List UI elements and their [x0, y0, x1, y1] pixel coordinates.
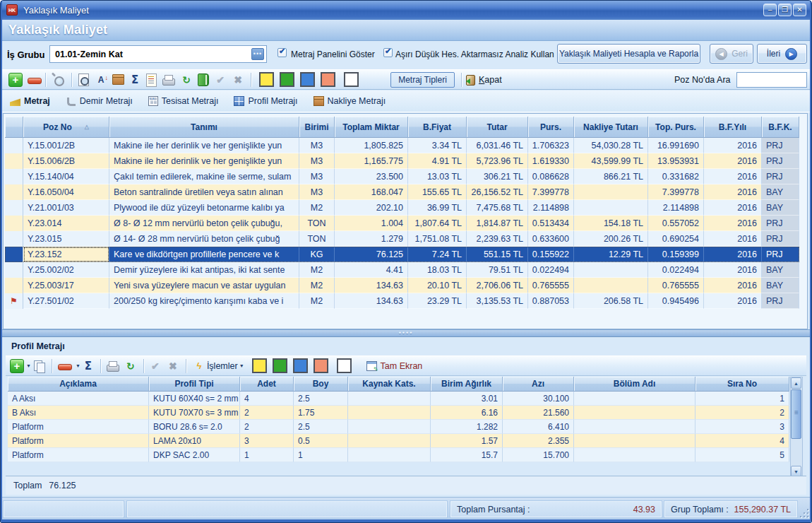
row-indicator[interactable] — [5, 169, 23, 184]
cell[interactable]: 0.159399 — [648, 247, 704, 262]
column-header[interactable]: Birimi — [299, 117, 335, 138]
maximize-button[interactable]: ❐ — [778, 4, 792, 16]
row-indicator[interactable] — [5, 231, 23, 247]
cell[interactable]: M2 — [299, 278, 335, 293]
cell[interactable] — [348, 406, 431, 420]
kapat-button[interactable]: Kapat — [466, 72, 502, 88]
cell[interactable]: Y.16.050/04 — [23, 184, 109, 200]
row-indicator[interactable] — [5, 153, 23, 169]
blue-square-button[interactable] — [300, 72, 315, 87]
cell[interactable]: 1.619330 — [528, 153, 574, 169]
print-icon[interactable] — [162, 74, 175, 86]
cell[interactable]: 2.5 — [294, 420, 348, 434]
cell[interactable]: 5,723.96 TL — [467, 153, 528, 169]
cell[interactable]: 15.7 — [431, 448, 503, 462]
table-row[interactable]: Y.23.152Kare ve dikdörtgen profillerle p… — [5, 247, 799, 262]
cell[interactable]: Kare ve dikdörtgen profillerle pencere v… — [109, 247, 299, 262]
cell[interactable]: BAY — [762, 278, 799, 293]
remove-icon[interactable] — [27, 73, 42, 87]
minimize-button[interactable]: – — [763, 4, 777, 16]
column-header[interactable]: Tutar — [467, 117, 528, 138]
cell[interactable]: Y.25.003/17 — [23, 278, 109, 293]
cell[interactable]: 2.5 — [294, 392, 348, 406]
column-header[interactable]: Purs. — [528, 117, 574, 138]
cell[interactable] — [574, 200, 648, 216]
cell[interactable]: 76.125 — [335, 247, 408, 262]
cell[interactable]: 2016 — [704, 216, 762, 231]
cell[interactable]: 7,475.68 TL — [467, 200, 528, 216]
cell[interactable]: 2.355 — [503, 434, 574, 448]
cell[interactable]: Y.25.002/02 — [23, 262, 109, 278]
tam-ekran-button[interactable]: Tam Ekran — [366, 361, 423, 371]
cell[interactable]: 30.100 — [503, 392, 574, 406]
cell[interactable]: 0.5 — [294, 434, 348, 448]
add-dropdown-caret[interactable]: ▼ — [26, 363, 31, 368]
cell[interactable] — [574, 448, 695, 462]
tab-profil-metraji[interactable]: Profil Metrajı — [234, 96, 297, 106]
column-header[interactable]: B.F.Yılı — [704, 117, 762, 138]
table-row[interactable]: Y.25.003/17Yeni sıva yüzeylere macun ve … — [5, 278, 799, 293]
cell[interactable]: 21.560 — [503, 406, 574, 420]
column-header[interactable]: Sıra No — [695, 377, 789, 392]
cell[interactable]: PRJ — [762, 169, 799, 184]
cell[interactable]: 2.114898 — [528, 200, 574, 216]
white-square-button[interactable] — [344, 72, 359, 87]
sort-icon[interactable]: A — [95, 73, 107, 87]
cell[interactable]: KUTU 70X70 s= 3 mm — [149, 406, 240, 420]
table-row[interactable]: Y.25.002/02Demir yüzeylere iki kat antip… — [5, 262, 799, 278]
cell[interactable]: M3 — [299, 184, 335, 200]
cell[interactable]: 2016 — [704, 153, 762, 169]
cell[interactable]: Demir yüzeylere iki kat antipas, iki kat… — [109, 262, 299, 278]
cell[interactable]: 12.29 TL — [574, 247, 648, 262]
close-button[interactable]: ✕ — [793, 4, 806, 16]
cell[interactable]: 2016 — [704, 138, 762, 153]
table-row[interactable]: B AksıKUTU 70X70 s= 3 mm21.756.1621.5602 — [8, 406, 789, 420]
remove-dropdown-caret[interactable]: ▼ — [76, 363, 80, 368]
cell[interactable]: PRJ — [762, 231, 799, 247]
cell[interactable]: DKP SAC 2.00 — [149, 448, 240, 462]
cell[interactable]: BORU 28.6 s= 2.0 — [149, 420, 240, 434]
cell[interactable]: 0.155922 — [528, 247, 574, 262]
resize-grip[interactable] — [799, 507, 808, 517]
cell[interactable]: 6.16 — [431, 406, 503, 420]
cell[interactable] — [348, 392, 431, 406]
cell[interactable]: 7.24 TL — [408, 247, 467, 262]
cell[interactable] — [574, 406, 695, 420]
cell[interactable] — [348, 420, 431, 434]
cell[interactable]: KG — [299, 247, 335, 262]
cell[interactable]: 1.706323 — [528, 138, 574, 153]
column-header[interactable]: Açıklama — [8, 377, 149, 392]
cell[interactable]: Platform — [8, 434, 149, 448]
cell[interactable]: 0.022494 — [528, 262, 574, 278]
cell[interactable]: PRJ — [762, 153, 799, 169]
cell[interactable]: 200.26 TL — [574, 231, 648, 247]
preview-icon[interactable] — [77, 73, 90, 87]
cell[interactable]: 13.03 TL — [408, 169, 467, 184]
cell[interactable] — [574, 184, 648, 200]
column-header[interactable]: Tanımı — [109, 117, 299, 138]
cell[interactable]: 0.513434 — [528, 216, 574, 231]
table-row[interactable]: A AksıKUTU 60X40 s= 2 mm42.53.0130.1001 — [8, 392, 789, 406]
cell[interactable]: 4 — [695, 434, 789, 448]
column-header[interactable]: Toplam Miktar — [335, 117, 408, 138]
column-header[interactable]: B.Fiyat — [408, 117, 467, 138]
tab-nakliye-metraji[interactable]: Nakliye Metrajı — [314, 96, 386, 106]
cell[interactable]: 2016 — [704, 293, 762, 309]
cell[interactable] — [574, 262, 648, 278]
cell[interactable]: 2 — [695, 406, 789, 420]
cell[interactable]: 1,165.775 — [335, 153, 408, 169]
tab-metraj[interactable]: Metraj — [10, 96, 50, 106]
cell[interactable]: Y.23.014 — [23, 216, 109, 231]
cell[interactable]: 23.29 TL — [408, 293, 467, 309]
cell[interactable]: 200/250 kg kireç/çimento karışımı kaba v… — [109, 293, 299, 309]
cell[interactable]: 4.91 TL — [408, 153, 467, 169]
cell[interactable]: 168.047 — [335, 184, 408, 200]
profil-apply-icon[interactable]: ✔ — [149, 358, 162, 374]
cell[interactable]: 1,807.64 TL — [408, 216, 467, 231]
cell[interactable]: 0.690254 — [648, 231, 704, 247]
cell[interactable]: 206.58 TL — [574, 293, 648, 309]
cell[interactable]: Y.23.015 — [23, 231, 109, 247]
cell[interactable]: 1.004 — [335, 216, 408, 231]
cell[interactable]: 18.03 TL — [408, 262, 467, 278]
cell[interactable]: Y.15.140/04 — [23, 169, 109, 184]
